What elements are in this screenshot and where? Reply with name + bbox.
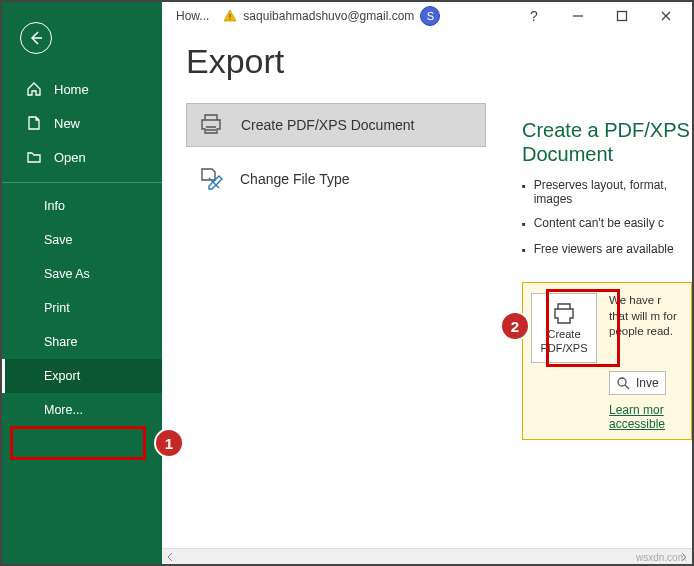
info-bullet: Content can't be easily c — [522, 216, 692, 232]
nav-label: Share — [44, 335, 77, 349]
watermark: wsxdn.com — [636, 552, 686, 563]
svg-rect-4 — [230, 18, 231, 19]
option-change-file-type[interactable]: Change File Type — [186, 157, 486, 201]
nav-label: More... — [44, 403, 83, 417]
nav-info[interactable]: Info — [2, 189, 162, 223]
maximize-button[interactable] — [602, 4, 642, 28]
info-bullet-list: Preserves layout, format, images Content… — [522, 178, 692, 258]
printer-icon — [197, 111, 225, 139]
nav-label: Save — [44, 233, 73, 247]
option-label: Create PDF/XPS Document — [241, 117, 415, 133]
back-arrow-icon — [28, 30, 44, 46]
nav-new[interactable]: New — [2, 106, 162, 140]
user-account[interactable]: saquibahmadshuvo@gmail.com S — [223, 6, 440, 26]
accessibility-tip-text: We have r that will m for people read. — [609, 293, 683, 363]
nav-save-as[interactable]: Save As — [2, 257, 162, 291]
nav-save[interactable]: Save — [2, 223, 162, 257]
nav-label: Print — [44, 301, 70, 315]
nav-divider — [2, 182, 162, 183]
svg-rect-3 — [230, 14, 231, 17]
open-icon — [26, 149, 42, 165]
document-title: How... — [176, 9, 209, 23]
button-label-line2: PDF/XPS — [540, 342, 587, 354]
close-button[interactable] — [646, 4, 686, 28]
accessibility-tip-box: Create PDF/XPS We have r that will m for… — [522, 282, 692, 440]
info-bullet: Preserves layout, format, images — [522, 178, 692, 206]
svg-rect-6 — [618, 12, 627, 21]
change-file-type-icon — [196, 165, 224, 193]
annotation-callout-1: 1 — [154, 428, 184, 458]
nav-home[interactable]: Home — [2, 72, 162, 106]
minimize-button[interactable] — [558, 4, 598, 28]
page-title: Export — [186, 42, 692, 81]
svg-point-7 — [618, 378, 626, 386]
help-button[interactable]: ? — [514, 4, 554, 28]
nav-open[interactable]: Open — [2, 140, 162, 174]
search-icon — [616, 376, 630, 390]
svg-line-8 — [625, 385, 629, 389]
backstage-sidebar: Home New Open Info Save Save As Print Sh… — [2, 2, 162, 564]
nav-label: Info — [44, 199, 65, 213]
nav-label: New — [54, 116, 80, 131]
nav-label: Home — [54, 82, 89, 97]
title-bar: How... saquibahmadshuvo@gmail.com S ? — [162, 2, 692, 30]
create-pdf-xps-button[interactable]: Create PDF/XPS — [531, 293, 597, 363]
investigate-button[interactable]: Inve — [609, 371, 666, 395]
nav-more[interactable]: More... — [2, 393, 162, 427]
info-bullet: Free viewers are available — [522, 242, 692, 258]
nav-label: Save As — [44, 267, 90, 281]
home-icon — [26, 81, 42, 97]
window: Home New Open Info Save Save As Print Sh… — [0, 0, 694, 566]
new-icon — [26, 115, 42, 131]
button-label: Inve — [636, 376, 659, 390]
annotation-callout-2: 2 — [500, 311, 530, 341]
nav-label: Export — [44, 369, 80, 383]
avatar: S — [420, 6, 440, 26]
user-email: saquibahmadshuvo@gmail.com — [243, 9, 414, 23]
info-title: Create a PDF/XPS Document — [522, 118, 692, 166]
nav-label: Open — [54, 150, 86, 165]
chevron-left-icon — [166, 553, 174, 561]
button-label-line1: Create — [547, 328, 580, 340]
info-panel: Create a PDF/XPS Document Preserves layo… — [522, 118, 692, 268]
nav-share[interactable]: Share — [2, 325, 162, 359]
learn-more-link[interactable]: Learn mor accessible — [609, 403, 683, 431]
content-area: Export Create PDF/XPS Document Change Fi… — [162, 2, 692, 564]
option-create-pdf-xps[interactable]: Create PDF/XPS Document — [186, 103, 486, 147]
scroll-left-button[interactable] — [162, 550, 178, 564]
option-label: Change File Type — [240, 171, 349, 187]
back-button[interactable] — [20, 22, 52, 54]
printer-icon — [550, 302, 578, 326]
warning-icon — [223, 9, 237, 23]
horizontal-scrollbar[interactable] — [162, 548, 692, 564]
nav-export[interactable]: Export — [2, 359, 162, 393]
nav-print[interactable]: Print — [2, 291, 162, 325]
